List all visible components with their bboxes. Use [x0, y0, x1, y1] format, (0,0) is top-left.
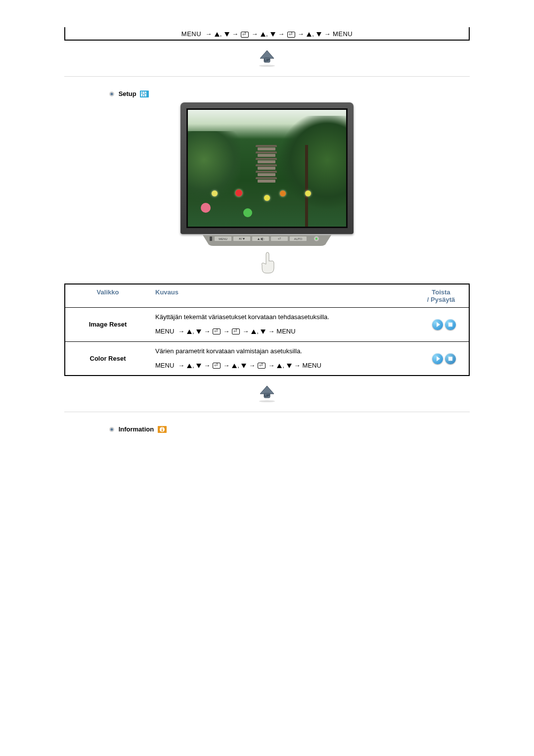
row-desc-text: Värien parametrit korvataan valmistajan …	[155, 347, 302, 355]
nav-sequence: MENU →, →→, →→, →MENU	[155, 361, 417, 371]
divider	[64, 76, 470, 77]
monitor-controls-panel: MENU ☀/▼ ▲/◐ ⏎ AUTO	[180, 235, 354, 247]
enter-icon	[241, 32, 249, 38]
hand-pointer-icon	[180, 251, 354, 276]
svg-rect-7	[141, 92, 142, 96]
setup-icon	[140, 91, 149, 97]
screen-garden-image	[188, 110, 346, 227]
arrow-down-icon	[196, 364, 201, 368]
up-arrow-icon: UP	[255, 49, 279, 67]
svg-point-25	[315, 238, 317, 240]
arrow-right-sep: →	[205, 30, 212, 38]
play-button[interactable]	[432, 353, 443, 364]
section-title-text: Information	[119, 426, 154, 433]
monitor-illustration: MENU ☀/▼ ▲/◐ ⏎ AUTO	[62, 102, 472, 276]
arrow-down-icon	[287, 364, 292, 368]
arrow-right-sep: →	[223, 328, 229, 335]
arrow-right-sep: →	[204, 362, 210, 369]
arrow-right-sep: →	[294, 362, 301, 369]
th-menu: Valikko	[65, 284, 150, 307]
arrow-right-sep: →	[251, 30, 258, 38]
monitor-screen	[186, 108, 348, 228]
arrow-right-sep: →	[249, 362, 255, 369]
arrow-right-sep: →	[278, 30, 285, 38]
arrow-right-sep: →	[298, 30, 305, 38]
svg-rect-11	[143, 94, 144, 95]
nav-sequence: MENU →, →→→, →MENU	[155, 327, 417, 336]
section-title-information: Information	[109, 425, 472, 433]
arrow-right-sep: →	[204, 328, 210, 335]
arrow-up-icon	[251, 330, 256, 334]
svg-text:AUTO: AUTO	[294, 237, 303, 240]
enter-icon	[287, 32, 295, 38]
arrow-up-icon	[277, 364, 282, 368]
svg-rect-13	[210, 236, 212, 241]
svg-point-29	[259, 400, 275, 402]
row-menu-label: Color Reset	[65, 351, 150, 366]
svg-rect-10	[141, 93, 142, 94]
arrow-down-icon	[261, 330, 266, 334]
svg-point-34	[162, 427, 163, 428]
arrow-down-icon	[224, 32, 229, 37]
enter-icon	[232, 329, 240, 334]
row-description: Värien parametrit korvataan valmistajan …	[150, 342, 419, 376]
svg-text:☀/▼: ☀/▼	[238, 237, 246, 240]
th-play: Toista / Pysäytä	[413, 284, 469, 307]
svg-text:MENU: MENU	[219, 237, 227, 240]
svg-point-5	[111, 93, 113, 95]
information-icon	[158, 426, 167, 433]
section-title-text: Setup	[119, 90, 136, 97]
svg-text:UP: UP	[264, 58, 270, 62]
arrow-right-sep: →	[223, 362, 229, 369]
th-desc: Kuvaus	[150, 284, 413, 307]
arrow-up-icon	[307, 32, 312, 37]
arrow-up-icon	[187, 364, 192, 368]
arrow-right-sep: →	[268, 328, 274, 335]
table-row: Image Reset Käyttäjän tekemät väriasetuk…	[65, 308, 469, 342]
stop-button[interactable]	[445, 319, 456, 330]
document-page: MENU →, →→, →→, →MENU UP Setup	[42, 0, 492, 624]
table-row: Color Reset Värien parametrit korvataan …	[65, 342, 469, 376]
arrow-right-sep: →	[178, 328, 184, 335]
row-desc-text: Käyttäjän tekemät väriasetukset korvataa…	[155, 313, 329, 321]
arrow-up-icon	[261, 32, 266, 37]
arrow-right-sep: →	[232, 30, 239, 38]
top-nav-block: MENU →, →→, →→, →MENU	[64, 27, 470, 41]
arrow-down-icon	[316, 32, 321, 37]
up-arrow-icon: UP	[255, 385, 279, 403]
arrow-right-sep: →	[178, 362, 184, 369]
section-title-setup: Setup	[109, 90, 472, 97]
enter-icon	[258, 363, 266, 369]
svg-point-31	[111, 428, 113, 431]
settings-table: Valikko Kuvaus Toista / Pysäytä Image Re…	[64, 284, 470, 376]
arrow-up-icon	[232, 364, 237, 368]
svg-text:⏎: ⏎	[278, 237, 281, 240]
arrow-down-icon	[196, 330, 201, 334]
svg-rect-35	[162, 429, 163, 431]
arrow-down-icon	[270, 32, 275, 37]
scroll-top-button[interactable]: UP	[255, 49, 279, 67]
row-menu-label: Image Reset	[65, 317, 150, 332]
nav-sequence: MENU →, →→, →→, →MENU	[181, 30, 353, 38]
enter-icon	[213, 329, 221, 334]
arrow-right-sep: →	[268, 362, 274, 369]
scroll-top-button[interactable]: UP	[255, 385, 279, 403]
svg-text:▲/◐: ▲/◐	[257, 237, 265, 240]
enter-icon	[213, 363, 221, 369]
bullet-icon	[109, 426, 115, 432]
divider	[64, 412, 470, 412]
svg-marker-0	[260, 50, 274, 58]
bullet-icon	[109, 91, 115, 97]
stop-button[interactable]	[445, 353, 456, 364]
svg-text:UP: UP	[264, 393, 270, 398]
table-header-row: Valikko Kuvaus Toista / Pysäytä	[65, 284, 469, 308]
row-description: Käyttäjän tekemät väriasetukset korvataa…	[150, 308, 419, 341]
arrow-right-sep: →	[324, 30, 331, 38]
svg-rect-12	[145, 93, 146, 94]
arrow-up-icon	[187, 330, 192, 334]
play-button[interactable]	[432, 319, 443, 330]
arrow-down-icon	[241, 364, 246, 368]
svg-marker-26	[260, 386, 274, 394]
monitor-bezel	[180, 102, 354, 234]
arrow-up-icon	[215, 32, 220, 37]
